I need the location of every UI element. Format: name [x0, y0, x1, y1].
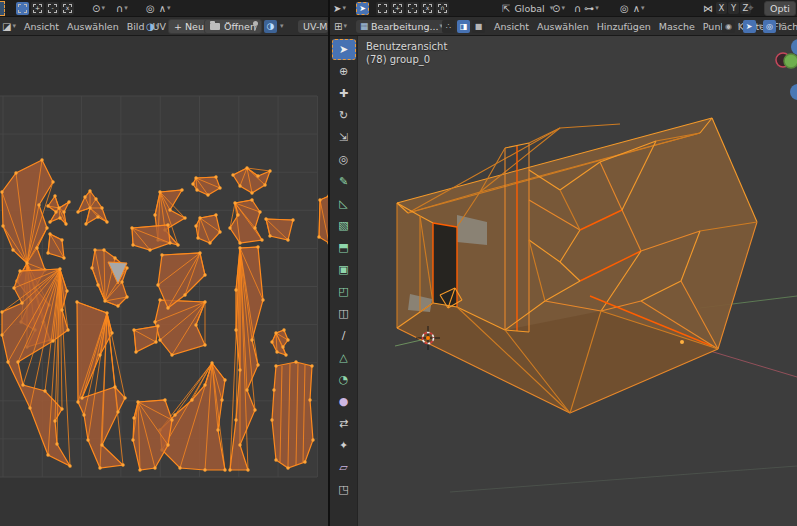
uv-vertex[interactable]: [55, 442, 58, 445]
uv-vertex[interactable]: [170, 418, 173, 421]
uv-vertex[interactable]: [48, 220, 51, 223]
uv-vertex[interactable]: [0, 333, 3, 336]
uv-vertex[interactable]: [158, 298, 161, 301]
vp-active-tool-button[interactable]: ➤: [356, 0, 371, 16]
uv-vertex[interactable]: [154, 340, 157, 343]
uv-vertex[interactable]: [196, 236, 199, 239]
uv-vertex[interactable]: [190, 398, 193, 401]
uv-vertex[interactable]: [113, 256, 116, 259]
uv-vertex[interactable]: [214, 213, 217, 216]
uv-vertex[interactable]: [250, 338, 253, 341]
tool-knife-button[interactable]: ∕: [332, 325, 356, 346]
uv-vertex[interactable]: [98, 466, 101, 469]
uv-pivot-dropdown[interactable]: ⊙ ▾: [92, 0, 106, 16]
uv-vertex[interactable]: [0, 190, 3, 193]
uv-vertex[interactable]: [153, 466, 156, 469]
uv-vertex[interactable]: [130, 226, 133, 229]
uv-vertex[interactable]: [194, 224, 197, 227]
uv-vertex[interactable]: [170, 353, 173, 356]
uv-vertex[interactable]: [105, 220, 108, 223]
image-datablock-dropdown[interactable]: ◑ ▾: [264, 17, 285, 35]
uv-vertex[interactable]: [148, 248, 151, 251]
uv-vertex[interactable]: [103, 299, 106, 302]
uv-vertex[interactable]: [198, 251, 201, 254]
tool-spin-button[interactable]: ◔: [332, 369, 356, 390]
doorway-opening[interactable]: [433, 223, 457, 307]
mirror-y-toggle[interactable]: Y: [728, 2, 739, 14]
uv-map-selector[interactable]: UV-Map: [298, 17, 328, 35]
pin-button[interactable]: [250, 17, 260, 35]
uv-vertex[interactable]: [275, 350, 278, 353]
uv-vertex[interactable]: [76, 400, 79, 403]
uv-vertex[interactable]: [43, 389, 46, 392]
uv-vertex[interactable]: [228, 226, 231, 229]
uv-vertex[interactable]: [113, 385, 116, 388]
uv-vertex[interactable]: [116, 304, 119, 307]
uv-vertex[interactable]: [203, 300, 206, 303]
uv-vertex[interactable]: [14, 171, 17, 174]
uv-vertex[interactable]: [45, 226, 48, 229]
uv-vertex[interactable]: [116, 410, 119, 413]
uv-vertex[interactable]: [250, 198, 253, 201]
uv-vertex[interactable]: [203, 343, 206, 346]
uv-vertex[interactable]: [203, 468, 206, 471]
uv-vertex[interactable]: [183, 216, 186, 219]
select-mode-new[interactable]: [16, 2, 29, 15]
select-mode-extend[interactable]: [391, 2, 404, 15]
menu-hinzufgen[interactable]: Hinzufügen: [593, 21, 655, 32]
uv-vertex[interactable]: [48, 232, 51, 235]
uv-vertex[interactable]: [98, 353, 101, 356]
uv-vertex[interactable]: [11, 248, 14, 251]
edge-select-button[interactable]: ◨: [457, 20, 470, 33]
uv-vertex[interactable]: [291, 218, 294, 221]
uv-vertex[interactable]: [180, 188, 183, 191]
uv-vertex[interactable]: [234, 288, 237, 291]
uv-vertex[interactable]: [110, 331, 113, 334]
uv-vertex[interactable]: [284, 353, 287, 356]
uv-vertex[interactable]: [46, 251, 49, 254]
uv-vertex[interactable]: [258, 210, 261, 213]
uv-vertex[interactable]: [93, 248, 96, 251]
uv-vertex[interactable]: [96, 283, 99, 286]
uv-vertex[interactable]: [58, 267, 61, 270]
uv-vertex[interactable]: [1, 224, 4, 227]
uv-vertex[interactable]: [203, 383, 206, 386]
uv-vertex[interactable]: [310, 364, 313, 367]
uv-vertex[interactable]: [246, 468, 249, 471]
uv-vertex[interactable]: [131, 243, 134, 246]
uv-vertex[interactable]: [37, 203, 40, 206]
uv-vertex[interactable]: [166, 306, 169, 309]
uv-vertex[interactable]: [308, 398, 311, 401]
mode-selector-dropdown[interactable]: ▦ Bearbeitung... ▾: [356, 17, 448, 35]
tool-poly-build-button[interactable]: △: [332, 347, 356, 368]
uv-vertex[interactable]: [256, 174, 259, 177]
uv-vertex[interactable]: [28, 406, 31, 409]
uv-vertex[interactable]: [53, 419, 56, 422]
tool-smooth-button[interactable]: ●: [332, 391, 356, 412]
vp-snap-group[interactable]: ∩ ⊶ ▾: [574, 0, 600, 16]
menu-auswhlen[interactable]: Auswählen: [533, 21, 593, 32]
uv-vertex[interactable]: [35, 246, 38, 249]
gizmo-dropdown[interactable]: ➤: [743, 20, 756, 33]
uv-vertex[interactable]: [80, 396, 83, 399]
uv-vertex[interactable]: [274, 458, 277, 461]
uv-vertex[interactable]: [21, 383, 24, 386]
uv-vertex[interactable]: [194, 323, 197, 326]
tool-bevel-button[interactable]: ◰: [332, 281, 356, 302]
uv-vertex[interactable]: [218, 186, 221, 189]
vp-pivot-dropdown[interactable]: ⊙ ▾: [552, 0, 566, 16]
uv-vertex[interactable]: [121, 463, 124, 466]
uv-vertex[interactable]: [65, 289, 68, 292]
uv-vertex[interactable]: [191, 182, 194, 185]
uv-vertex[interactable]: [245, 388, 248, 391]
uv-vertex[interactable]: [256, 363, 259, 366]
uv-vertex[interactable]: [62, 210, 65, 213]
uv-vertex[interactable]: [12, 286, 15, 289]
uv-vertex[interactable]: [166, 443, 169, 446]
uv-vertex[interactable]: [68, 464, 71, 467]
uv-vertex[interactable]: [274, 331, 277, 334]
tool-rotate-button[interactable]: ↻: [332, 105, 356, 126]
uv-vertex[interactable]: [317, 235, 320, 238]
vp-active-tool-dropdown[interactable]: ➤ ▾: [333, 0, 347, 16]
uv-vertex[interactable]: [203, 273, 206, 276]
